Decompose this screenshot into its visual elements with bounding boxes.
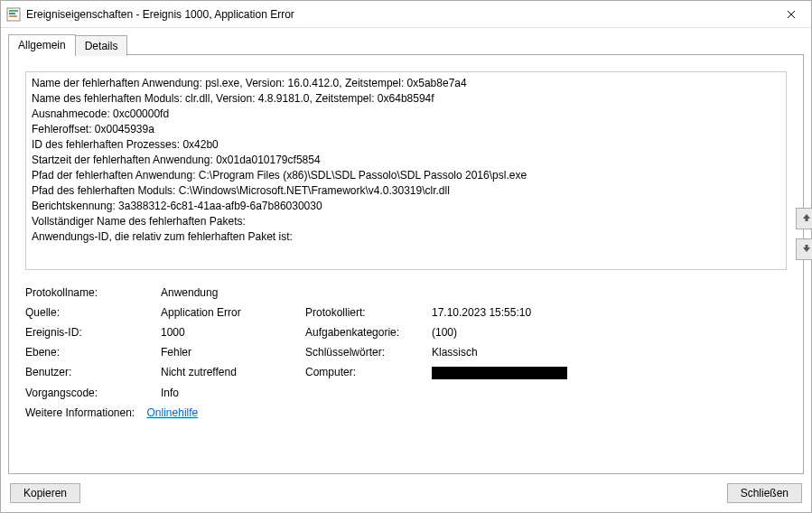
eventid-label: Ereignis-ID: <box>25 326 161 339</box>
source-value: Application Error <box>161 306 305 319</box>
computer-value <box>432 366 787 379</box>
client-area: Allgemein Details Name der fehlerhaften … <box>1 28 811 512</box>
online-help-link[interactable]: Onlinehilfe <box>147 406 199 419</box>
nav-up-button[interactable] <box>796 208 812 229</box>
event-properties-window: Ereigniseigenschaften - Ereignis 1000, A… <box>0 0 812 513</box>
event-message-textbox[interactable]: Name der fehlerhaften Anwendung: psl.exe… <box>25 71 787 270</box>
computer-label: Computer: <box>305 366 432 379</box>
close-icon[interactable] <box>770 1 811 27</box>
logged-label: Protokolliert: <box>305 306 432 319</box>
window-title: Ereigniseigenschaften - Ereignis 1000, A… <box>26 8 770 21</box>
user-label: Benutzer: <box>25 366 161 379</box>
moreinfo-label: Weitere Informationen: <box>25 406 135 419</box>
eventid-value: 1000 <box>161 326 305 339</box>
opcode-value: Info <box>161 387 305 399</box>
taskcat-value: (100) <box>432 326 787 339</box>
svg-rect-2 <box>9 13 15 14</box>
app-icon <box>6 7 21 22</box>
tabpanel-general: Name der fehlerhaften Anwendung: psl.exe… <box>8 54 804 474</box>
close-button[interactable]: Schließen <box>727 483 802 503</box>
opcode-label: Vorgangscode: <box>25 387 161 399</box>
user-value: Nicht zutreffend <box>161 366 305 379</box>
taskcat-label: Aufgabenkategorie: <box>305 326 432 339</box>
log-value: Anwendung <box>161 286 305 299</box>
keywords-label: Schlüsselwörter: <box>305 346 432 359</box>
nav-buttons <box>796 208 812 260</box>
logged-value: 17.10.2023 15:55:10 <box>432 306 787 319</box>
svg-rect-3 <box>9 15 17 17</box>
level-value: Fehler <box>161 346 305 359</box>
svg-rect-1 <box>9 10 18 12</box>
titlebar: Ereigniseigenschaften - Ereignis 1000, A… <box>1 1 811 28</box>
tab-general[interactable]: Allgemein <box>8 34 76 55</box>
arrow-down-icon <box>802 244 811 255</box>
keywords-value: Klassisch <box>432 346 787 359</box>
tabstrip: Allgemein Details <box>8 33 804 54</box>
level-label: Ebene: <box>25 346 161 359</box>
source-label: Quelle: <box>25 306 161 319</box>
computer-value-redacted <box>432 367 567 379</box>
tab-details[interactable]: Details <box>75 35 128 56</box>
arrow-up-icon <box>802 213 811 224</box>
more-info-row: Weitere Informationen: Onlinehilfe <box>25 406 787 419</box>
nav-down-button[interactable] <box>796 238 812 260</box>
properties-grid: Protokollname: Anwendung Quelle: Applica… <box>25 286 787 399</box>
dialog-footer: Kopieren Schließen <box>8 474 804 505</box>
log-label: Protokollname: <box>25 286 161 299</box>
copy-button[interactable]: Kopieren <box>10 483 80 503</box>
